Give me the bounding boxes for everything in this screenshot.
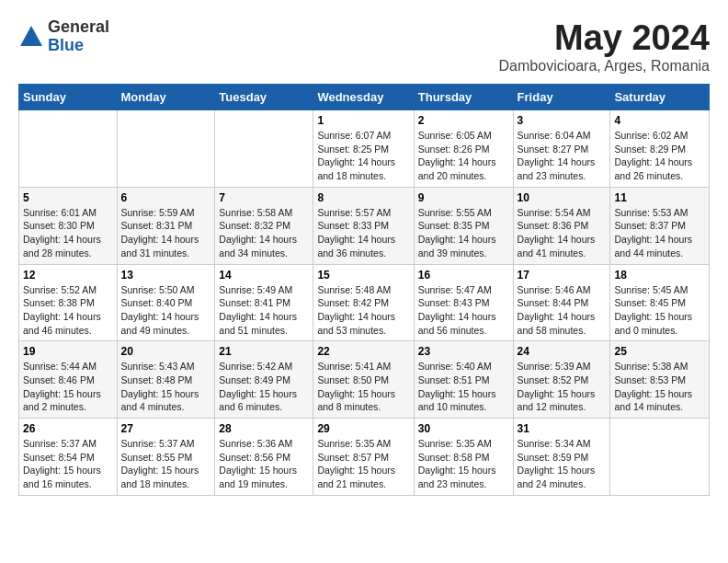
- calendar-week-row: 19Sunrise: 5:44 AMSunset: 8:46 PMDayligh…: [19, 341, 710, 419]
- calendar-cell: 11Sunrise: 5:53 AMSunset: 8:37 PMDayligh…: [610, 187, 710, 264]
- calendar-weekday-header: Sunday: [19, 85, 118, 110]
- cell-content: Sunrise: 5:37 AMSunset: 8:54 PMDaylight:…: [23, 437, 113, 491]
- cell-content: Sunrise: 5:48 AMSunset: 8:42 PMDaylight:…: [317, 283, 409, 338]
- cell-content: Sunrise: 5:44 AMSunset: 8:46 PMDaylight:…: [23, 360, 113, 414]
- day-number: 21: [219, 345, 309, 358]
- calendar-cell: [19, 110, 118, 188]
- day-number: 3: [518, 114, 607, 127]
- calendar-cell: [117, 110, 215, 188]
- day-number: 12: [23, 269, 113, 282]
- calendar-cell: 5Sunrise: 6:01 AMSunset: 8:30 PMDaylight…: [19, 187, 118, 264]
- calendar-week-row: 26Sunrise: 5:37 AMSunset: 8:54 PMDayligh…: [19, 419, 710, 496]
- logo-icon: [18, 24, 44, 50]
- calendar-cell: 15Sunrise: 5:48 AMSunset: 8:42 PMDayligh…: [313, 264, 414, 341]
- calendar-cell: 31Sunrise: 5:34 AMSunset: 8:59 PMDayligh…: [513, 419, 610, 496]
- day-number: 10: [518, 191, 607, 204]
- day-number: 14: [219, 269, 309, 282]
- calendar-cell: 12Sunrise: 5:52 AMSunset: 8:38 PMDayligh…: [19, 264, 118, 341]
- calendar-cell: 20Sunrise: 5:43 AMSunset: 8:48 PMDayligh…: [117, 341, 215, 419]
- day-number: 13: [121, 269, 211, 282]
- calendar-cell: 19Sunrise: 5:44 AMSunset: 8:46 PMDayligh…: [19, 341, 118, 419]
- calendar-cell: 13Sunrise: 5:50 AMSunset: 8:40 PMDayligh…: [117, 264, 215, 341]
- day-number: 26: [23, 422, 113, 435]
- day-number: 18: [614, 269, 705, 282]
- day-number: 28: [219, 422, 309, 435]
- calendar-week-row: 12Sunrise: 5:52 AMSunset: 8:38 PMDayligh…: [19, 264, 710, 341]
- cell-content: Sunrise: 5:46 AMSunset: 8:44 PMDaylight:…: [518, 283, 607, 338]
- cell-content: Sunrise: 6:02 AMSunset: 8:29 PMDaylight:…: [614, 129, 705, 183]
- calendar-weekday-header: Thursday: [414, 85, 513, 110]
- cell-content: Sunrise: 5:41 AMSunset: 8:50 PMDaylight:…: [317, 360, 409, 414]
- month-title: May 2024: [499, 18, 710, 58]
- calendar-cell: 4Sunrise: 6:02 AMSunset: 8:29 PMDaylight…: [610, 110, 710, 188]
- cell-content: Sunrise: 5:55 AMSunset: 8:35 PMDaylight:…: [418, 206, 509, 260]
- cell-content: Sunrise: 5:50 AMSunset: 8:40 PMDaylight:…: [121, 283, 211, 338]
- calendar-cell: 25Sunrise: 5:38 AMSunset: 8:53 PMDayligh…: [610, 341, 710, 419]
- day-number: 11: [614, 191, 705, 204]
- calendar-weekday-header: Monday: [117, 85, 215, 110]
- calendar-cell: 23Sunrise: 5:40 AMSunset: 8:51 PMDayligh…: [414, 341, 513, 419]
- cell-content: Sunrise: 5:39 AMSunset: 8:52 PMDaylight:…: [518, 360, 607, 414]
- calendar-cell: 1Sunrise: 6:07 AMSunset: 8:25 PMDaylight…: [313, 110, 414, 188]
- logo-general: General: [48, 18, 109, 37]
- day-number: 19: [23, 345, 113, 358]
- calendar-cell: 26Sunrise: 5:37 AMSunset: 8:54 PMDayligh…: [19, 419, 118, 496]
- logo: General Blue: [18, 18, 109, 55]
- calendar-cell: 6Sunrise: 5:59 AMSunset: 8:31 PMDaylight…: [117, 187, 215, 264]
- cell-content: Sunrise: 5:35 AMSunset: 8:57 PMDaylight:…: [317, 437, 409, 491]
- calendar-cell: 16Sunrise: 5:47 AMSunset: 8:43 PMDayligh…: [414, 264, 513, 341]
- calendar-header-row: SundayMondayTuesdayWednesdayThursdayFrid…: [19, 85, 710, 110]
- calendar-cell: 3Sunrise: 6:04 AMSunset: 8:27 PMDaylight…: [513, 110, 610, 188]
- day-number: 22: [317, 345, 409, 358]
- calendar-weekday-header: Friday: [513, 85, 610, 110]
- calendar-weekday-header: Saturday: [610, 85, 710, 110]
- calendar-weekday-header: Tuesday: [215, 85, 313, 110]
- title-section: May 2024 Dambovicioara, Arges, Romania: [499, 18, 710, 75]
- calendar-cell: 9Sunrise: 5:55 AMSunset: 8:35 PMDaylight…: [414, 187, 513, 264]
- calendar-cell: 10Sunrise: 5:54 AMSunset: 8:36 PMDayligh…: [513, 187, 610, 264]
- cell-content: Sunrise: 6:05 AMSunset: 8:26 PMDaylight:…: [418, 129, 509, 183]
- day-number: 20: [121, 345, 211, 358]
- calendar-cell: 17Sunrise: 5:46 AMSunset: 8:44 PMDayligh…: [513, 264, 610, 341]
- cell-content: Sunrise: 6:04 AMSunset: 8:27 PMDaylight:…: [518, 129, 607, 183]
- cell-content: Sunrise: 5:59 AMSunset: 8:31 PMDaylight:…: [121, 206, 211, 260]
- cell-content: Sunrise: 5:45 AMSunset: 8:45 PMDaylight:…: [614, 283, 705, 338]
- day-number: 24: [518, 345, 607, 358]
- calendar-week-row: 5Sunrise: 6:01 AMSunset: 8:30 PMDaylight…: [19, 187, 710, 264]
- day-number: 17: [518, 269, 607, 282]
- calendar-cell: 2Sunrise: 6:05 AMSunset: 8:26 PMDaylight…: [414, 110, 513, 188]
- day-number: 7: [219, 191, 309, 204]
- day-number: 29: [317, 422, 409, 435]
- day-number: 8: [317, 191, 409, 204]
- calendar-table: SundayMondayTuesdayWednesdayThursdayFrid…: [18, 84, 710, 496]
- cell-content: Sunrise: 6:07 AMSunset: 8:25 PMDaylight:…: [317, 129, 409, 183]
- calendar-cell: 29Sunrise: 5:35 AMSunset: 8:57 PMDayligh…: [313, 419, 414, 496]
- day-number: 15: [317, 269, 409, 282]
- cell-content: Sunrise: 5:42 AMSunset: 8:49 PMDaylight:…: [219, 360, 309, 414]
- cell-content: Sunrise: 5:36 AMSunset: 8:56 PMDaylight:…: [219, 437, 309, 491]
- cell-content: Sunrise: 5:53 AMSunset: 8:37 PMDaylight:…: [614, 206, 705, 260]
- calendar-week-row: 1Sunrise: 6:07 AMSunset: 8:25 PMDaylight…: [19, 110, 710, 188]
- cell-content: Sunrise: 5:49 AMSunset: 8:41 PMDaylight:…: [219, 283, 309, 338]
- cell-content: Sunrise: 5:57 AMSunset: 8:33 PMDaylight:…: [317, 206, 409, 260]
- cell-content: Sunrise: 5:34 AMSunset: 8:59 PMDaylight:…: [518, 437, 607, 491]
- day-number: 4: [614, 114, 705, 127]
- location: Dambovicioara, Arges, Romania: [499, 58, 710, 75]
- day-number: 16: [418, 269, 509, 282]
- day-number: 5: [23, 191, 113, 204]
- svg-marker-0: [20, 26, 42, 46]
- cell-content: Sunrise: 5:54 AMSunset: 8:36 PMDaylight:…: [518, 206, 607, 260]
- calendar-cell: [215, 110, 313, 188]
- day-number: 27: [121, 422, 211, 435]
- calendar-cell: 7Sunrise: 5:58 AMSunset: 8:32 PMDaylight…: [215, 187, 313, 264]
- calendar-cell: 21Sunrise: 5:42 AMSunset: 8:49 PMDayligh…: [215, 341, 313, 419]
- day-number: 23: [418, 345, 509, 358]
- day-number: 1: [317, 114, 409, 127]
- cell-content: Sunrise: 5:43 AMSunset: 8:48 PMDaylight:…: [121, 360, 211, 414]
- calendar-cell: 22Sunrise: 5:41 AMSunset: 8:50 PMDayligh…: [313, 341, 414, 419]
- cell-content: Sunrise: 5:52 AMSunset: 8:38 PMDaylight:…: [23, 283, 113, 338]
- cell-content: Sunrise: 5:47 AMSunset: 8:43 PMDaylight:…: [418, 283, 509, 338]
- calendar-cell: 8Sunrise: 5:57 AMSunset: 8:33 PMDaylight…: [313, 187, 414, 264]
- logo-blue: Blue: [48, 37, 109, 55]
- day-number: 31: [518, 422, 607, 435]
